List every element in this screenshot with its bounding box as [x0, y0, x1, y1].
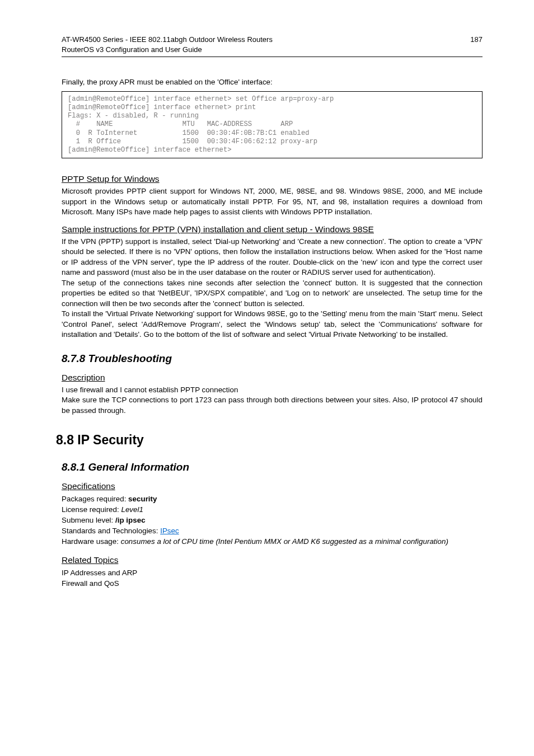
- page-number: 187: [470, 35, 483, 45]
- header-line1: AT-WR4500 Series - IEEE 802.11abgh Outdo…: [62, 35, 273, 45]
- sample-para3: To install the 'Virtual Private Networki…: [62, 309, 483, 340]
- spec-license: License required: Level1: [62, 504, 483, 515]
- spec-std-label: Standards and Technologies:: [62, 527, 160, 535]
- header-line2: RouterOS v3 Configuration and User Guide: [62, 45, 273, 55]
- spec-pkg-value: security: [128, 495, 157, 503]
- heading-sample-instructions: Sample instructions for PPTP (VPN) insta…: [62, 224, 483, 234]
- spec-sub-label: Submenu level:: [62, 516, 115, 524]
- heading-general-info: 8.8.1 General Information: [62, 461, 483, 473]
- spec-sub-value: /ip ipsec: [115, 516, 146, 524]
- spec-standards: Standards and Technologies: IPsec: [62, 525, 483, 536]
- heading-description: Description: [62, 373, 483, 383]
- spec-pkg-label: Packages required:: [62, 495, 128, 503]
- heading-related-topics: Related Topics: [62, 555, 483, 565]
- sample-para2: The setup of the connections takes nine …: [62, 278, 483, 309]
- header-rule: [62, 57, 483, 57]
- sample-para1: If the VPN (PPTP) support is installed, …: [62, 237, 483, 278]
- heading-ip-security: 8.8 IP Security: [56, 433, 483, 448]
- trouble-line2: Make sure the TCP connections to port 17…: [62, 395, 483, 416]
- spec-lic-value: Level1: [121, 505, 143, 514]
- spec-packages: Packages required: security: [62, 494, 483, 504]
- spec-hw-value: consumes a lot of CPU time (Intel Pentiu…: [121, 537, 448, 546]
- related-1: IP Addresses and ARP: [62, 567, 483, 578]
- ipsec-link[interactable]: IPsec: [160, 527, 179, 535]
- heading-pptp-setup: PPTP Setup for Windows: [62, 174, 483, 184]
- heading-troubleshooting: 8.7.8 Troubleshooting: [62, 353, 483, 365]
- trouble-line1: I use firewall and I cannot establish PP…: [62, 385, 483, 396]
- heading-specifications: Specifications: [62, 481, 483, 491]
- pptp-paragraph: Microsoft provides PPTP client support f…: [62, 186, 483, 218]
- code-block: [admin@RemoteOffice] interface ethernet>…: [62, 91, 483, 159]
- spec-lic-label: License required:: [62, 505, 121, 514]
- spec-submenu: Submenu level: /ip ipsec: [62, 515, 483, 525]
- spec-hw-label: Hardware usage:: [62, 537, 121, 546]
- header-title-block: AT-WR4500 Series - IEEE 802.11abgh Outdo…: [62, 35, 273, 54]
- page-container: AT-WR4500 Series - IEEE 802.11abgh Outdo…: [0, 0, 534, 622]
- intro-line: Finally, the proxy APR must be enabled o…: [62, 77, 483, 88]
- spec-hardware: Hardware usage: consumes a lot of CPU ti…: [62, 536, 483, 547]
- related-2: Firewall and QoS: [62, 578, 483, 589]
- page-header: AT-WR4500 Series - IEEE 802.11abgh Outdo…: [62, 35, 483, 54]
